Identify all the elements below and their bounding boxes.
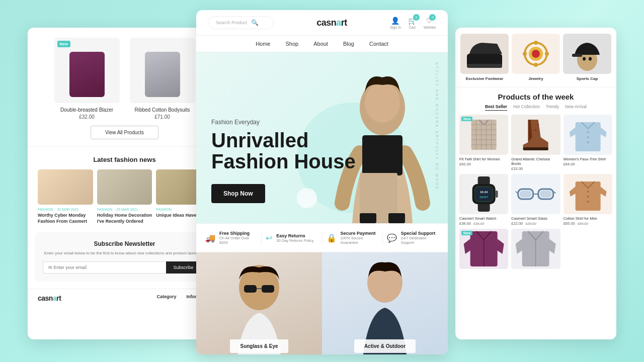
feature-shipping-title: Free Shipping — [219, 231, 257, 236]
svg-point-35 — [537, 124, 539, 126]
subscribe-desc: Enter your email below to be the first t… — [43, 250, 206, 256]
subscribe-input[interactable] — [43, 261, 166, 274]
nav-contact[interactable]: Contact — [369, 41, 388, 47]
product-card-4[interactable]: 10:24 SMART Casmert Smart Watch £38.00 £… — [459, 174, 508, 226]
promo-sunglass-label[interactable]: Sunglass & Eye — [230, 339, 288, 353]
product-price: £32.00 — [54, 114, 120, 120]
feature-payment-desc: 100% Secure Guarantee — [341, 236, 378, 245]
cart-icon-item[interactable]: 🛒0 Cart — [408, 17, 417, 29]
shop-now-button[interactable]: Shop Now — [211, 184, 265, 203]
right-panel: Exclusive Footwear Jewelry — [455, 28, 616, 339]
heart-icon: ♡0 — [426, 17, 433, 25]
news-card-1[interactable]: FASHION · 31 MAR 2021 Worthy Cyber Monda… — [38, 169, 93, 224]
product-card-blazer[interactable]: New Double-breasted Blazer £32.00 — [54, 38, 120, 120]
svg-point-34 — [535, 129, 536, 131]
promo-row: Sunglass & Eye Active & Outdoor — [196, 252, 448, 354]
category-footwear[interactable]: Exclusive Footwear — [460, 34, 509, 81]
search-icon[interactable]: 🔍 — [251, 19, 259, 26]
product-card-8[interactable] — [511, 229, 560, 271]
svg-rect-55 — [540, 191, 552, 198]
support-icon: 💬 — [387, 233, 397, 243]
product-card-coat[interactable]: Ribbed Cotton Bodysuits £71.00 — [130, 38, 195, 120]
products-of-week-title: Products of the week — [462, 93, 609, 101]
view-all-button[interactable]: View All Products — [91, 126, 158, 139]
search-bar[interactable]: Search Product 🔍 — [208, 16, 274, 29]
feature-shipping: 🚚 Free Shipping On All Order Over $209 — [201, 231, 262, 245]
footer-link-category[interactable]: Category — [156, 294, 176, 302]
left-footer: casnart Category Information — [28, 289, 221, 307]
subscribe-form: Subscribe → — [43, 261, 206, 274]
product-name-4: Casmert Smart Watch — [459, 216, 508, 221]
news-title: Holiday Home Decoration I've Recently Or… — [97, 213, 152, 224]
product-card-5[interactable]: Casmert Smart Glass £22.00 £39.00 — [511, 174, 560, 226]
category-sports-cap[interactable]: Sports Cap — [563, 34, 611, 81]
feature-support: 💬 Special Support 24/7 Dedicated Support — [383, 231, 443, 245]
news-tag: FASHION · 29 MAR 2021 — [97, 208, 152, 211]
svg-rect-7 — [244, 285, 257, 293]
subscribe-title: Subscribe Newsletter — [43, 240, 206, 247]
product-name: Double-breasted Blazer — [54, 107, 120, 113]
products-grid: New Fit Twill Shirt for Wo — [455, 115, 616, 275]
svg-rect-54 — [520, 191, 532, 198]
category-jewelry[interactable]: Jewelry — [512, 34, 560, 81]
promo-outdoor-label[interactable]: Active & Outdoor — [354, 339, 416, 353]
tab-best-seller[interactable]: Best Seller — [485, 104, 507, 111]
svg-text:10:24: 10:24 — [480, 191, 488, 194]
product-card-2[interactable]: Grand Atlantic Chelsea Boots £32.00 — [511, 115, 560, 171]
nav-about[interactable]: About — [313, 41, 328, 47]
nav-icons: 👤 Sign In 🛒0 Cart ♡0 Wishlist — [390, 17, 436, 29]
feature-payment-title: Secure Payment — [341, 231, 378, 236]
svg-point-40 — [587, 141, 589, 143]
brand-logo: casnart — [316, 18, 347, 28]
feature-returns: ↩ Easy Returns 30 Day Returns Policy — [262, 231, 322, 245]
nav-blog[interactable]: Blog — [343, 41, 354, 47]
wishlist-label: Wishlist — [424, 26, 436, 29]
left-panel: New Double-breasted Blazer £32.00 Ribbed… — [28, 28, 221, 339]
cart-badge: 0 — [413, 14, 420, 21]
category-row: Exclusive Footwear Jewelry — [455, 28, 616, 87]
product-name-6: Cotton Shirt for Men — [564, 216, 612, 221]
product-card-3[interactable]: Women's Faux-Trim Shirt £84.00 — [564, 115, 612, 171]
returns-icon: ↩ — [266, 233, 272, 243]
tab-hot-collection[interactable]: Hot Collection — [513, 104, 540, 111]
svg-rect-8 — [262, 285, 274, 293]
cart-icon: 🛒0 — [408, 17, 417, 25]
nav-shop[interactable]: Shop — [285, 41, 298, 47]
product-price-1: £62.00 — [459, 162, 508, 166]
cart-label: Cart — [409, 26, 416, 29]
hero-title: Unrivalled Fashion House — [211, 130, 356, 172]
shipping-icon: 🚚 — [205, 233, 215, 243]
search-placeholder: Search Product — [216, 20, 247, 25]
svg-rect-12 — [467, 64, 502, 68]
svg-point-57 — [587, 191, 589, 193]
product-price-3: £84.00 — [564, 162, 612, 166]
nav-links: Home Shop About Blog Contact — [196, 36, 448, 52]
feature-payment: 🔒 Secure Payment 100% Secure Guarantee — [323, 231, 383, 245]
product-card-7[interactable]: New — [459, 229, 508, 271]
promo-sunglass[interactable]: Sunglass & Eye — [196, 252, 322, 354]
nav-home[interactable]: Home — [256, 41, 270, 47]
news-title: Worthy Cyber Monday Fashion From Casmert — [38, 213, 93, 224]
promo-outdoor[interactable]: Active & Outdoor — [322, 252, 448, 354]
signin-icon-item[interactable]: 👤 Sign In — [390, 17, 401, 29]
product-card-6[interactable]: Cotton Shirt for Men £65.00 £99.00 — [564, 174, 612, 226]
news-card-2[interactable]: FASHION · 29 MAR 2021 Holiday Home Decor… — [97, 169, 152, 224]
center-panel: Search Product 🔍 casnart 👤 Sign In 🛒0 Ca… — [196, 10, 448, 354]
category-sports-cap-name: Sports Cap — [563, 76, 611, 81]
svg-point-18 — [534, 63, 538, 67]
product-name-5: Casmert Smart Glass — [511, 216, 560, 221]
svg-rect-48 — [496, 191, 498, 198]
wishlist-icon-item[interactable]: ♡0 Wishlist — [424, 17, 436, 29]
product-price-2: £32.00 — [511, 166, 560, 171]
svg-point-23 — [589, 57, 592, 61]
feature-support-desc: 24/7 Dedicated Support — [401, 236, 439, 245]
tab-new-arrival[interactable]: New Arrival — [565, 104, 587, 111]
product-name-3: Women's Faux-Trim Shirt — [564, 157, 612, 161]
svg-point-59 — [587, 201, 589, 203]
svg-point-15 — [532, 50, 540, 58]
footer-brand: casnart — [38, 294, 61, 302]
tab-trendy[interactable]: Trendy — [546, 104, 559, 111]
product-card-1[interactable]: New Fit Twill Shirt for Wo — [459, 115, 508, 171]
svg-point-58 — [587, 196, 589, 198]
product-name-1: Fit Twill Shirt for Women — [459, 157, 508, 161]
